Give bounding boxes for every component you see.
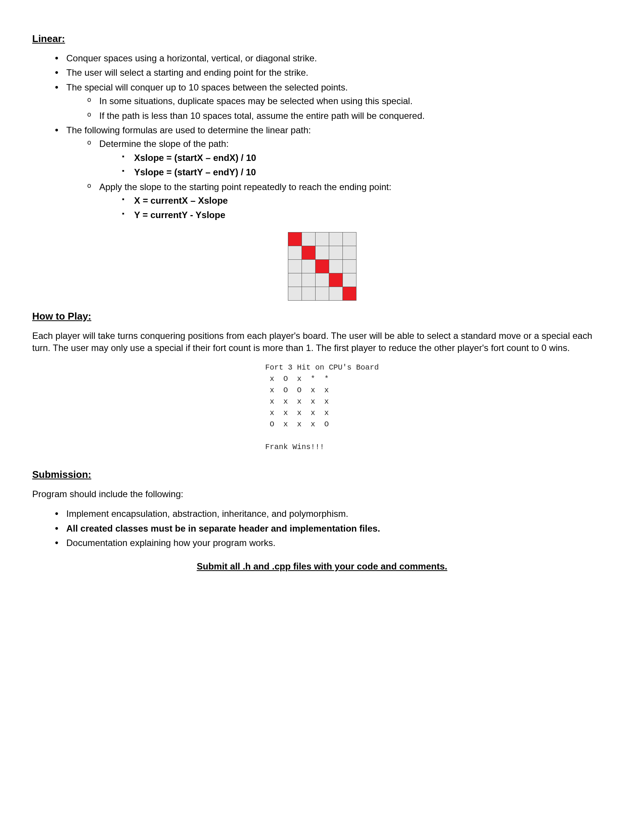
formula: Yslope = (startY – endY) / 10 bbox=[134, 167, 256, 177]
console-wrap: Fort 3 Hit on CPU's Board x O x * * x O … bbox=[32, 362, 612, 453]
list-item: X = currentX – Xslope bbox=[122, 195, 612, 207]
grid-cell bbox=[315, 246, 329, 259]
grid-cell bbox=[343, 246, 356, 259]
formula: Y = currentY - Yslope bbox=[134, 210, 225, 220]
text: If the path is less than 10 spaces total… bbox=[99, 111, 425, 121]
list-item: Determine the slope of the path: Xslope … bbox=[87, 138, 612, 178]
text: Determine the slope of the path: bbox=[99, 138, 229, 149]
submission-final: Submit all .h and .cpp files with your c… bbox=[32, 560, 612, 572]
grid-cell bbox=[288, 273, 301, 286]
linear-list: Conquer spaces using a horizontal, verti… bbox=[32, 52, 612, 222]
text: Conquer spaces using a horizontal, verti… bbox=[66, 53, 317, 63]
grid-cell bbox=[288, 246, 301, 259]
list-item: In some situations, duplicate spaces may… bbox=[87, 95, 612, 107]
grid-cell bbox=[343, 273, 356, 286]
howto-paragraph: Each player will take turns conquering p… bbox=[32, 330, 612, 354]
list-item: The special will conquer up to 10 spaces… bbox=[55, 81, 612, 122]
grid-cell bbox=[301, 286, 315, 300]
text: All created classes must be in separate … bbox=[66, 523, 380, 534]
submission-intro: Program should include the following: bbox=[32, 488, 612, 500]
list-item: Documentation explaining how your progra… bbox=[55, 537, 612, 549]
grid-cell bbox=[301, 246, 315, 259]
grid-cell bbox=[329, 259, 343, 273]
list-item: Conquer spaces using a horizontal, verti… bbox=[55, 52, 612, 64]
grid-cell bbox=[315, 232, 329, 246]
grid-cell bbox=[315, 273, 329, 286]
list-item: The following formulas are used to deter… bbox=[55, 124, 612, 222]
grid-cell bbox=[329, 286, 343, 300]
grid-cell bbox=[315, 286, 329, 300]
list-item: Y = currentY - Yslope bbox=[122, 209, 612, 221]
formula: Xslope = (startX – endX) / 10 bbox=[134, 153, 256, 163]
heading-linear: Linear: bbox=[32, 32, 612, 45]
text: Documentation explaining how your progra… bbox=[66, 538, 275, 548]
grid-cell bbox=[301, 232, 315, 246]
formula: X = currentX – Xslope bbox=[134, 195, 228, 206]
text: The user will select a starting and endi… bbox=[66, 68, 308, 78]
grid-cell bbox=[329, 232, 343, 246]
text: The following formulas are used to deter… bbox=[66, 125, 311, 135]
grid-cell bbox=[329, 246, 343, 259]
grid-cell bbox=[301, 259, 315, 273]
console-output: Fort 3 Hit on CPU's Board x O x * * x O … bbox=[265, 362, 379, 453]
grid-cell bbox=[343, 286, 356, 300]
grid-cell bbox=[288, 286, 301, 300]
submission-list: Implement encapsulation, abstraction, in… bbox=[32, 508, 612, 549]
list-item: Implement encapsulation, abstraction, in… bbox=[55, 508, 612, 520]
grid-cell bbox=[329, 273, 343, 286]
list-item: Xslope = (startX – endX) / 10 bbox=[122, 152, 612, 164]
list-item: All created classes must be in separate … bbox=[55, 523, 612, 535]
grid-cell bbox=[288, 232, 301, 246]
heading-howto: How to Play: bbox=[32, 310, 612, 323]
text: The special will conquer up to 10 spaces… bbox=[66, 82, 348, 92]
grid-cell bbox=[315, 259, 329, 273]
list-item: Apply the slope to the starting point re… bbox=[87, 181, 612, 222]
list-item: The user will select a starting and endi… bbox=[55, 67, 612, 79]
list-item: Yslope = (startY – endY) / 10 bbox=[122, 166, 612, 178]
text: Implement encapsulation, abstraction, in… bbox=[66, 508, 348, 519]
list-item: If the path is less than 10 spaces total… bbox=[87, 110, 612, 122]
grid-cell bbox=[343, 259, 356, 273]
grid-figure bbox=[32, 232, 612, 301]
grid-cell bbox=[301, 273, 315, 286]
text: Apply the slope to the starting point re… bbox=[99, 182, 391, 192]
text: In some situations, duplicate spaces may… bbox=[99, 96, 412, 106]
grid-cell bbox=[288, 259, 301, 273]
diagonal-grid bbox=[288, 232, 356, 301]
heading-submission: Submission: bbox=[32, 468, 612, 481]
grid-cell bbox=[343, 232, 356, 246]
